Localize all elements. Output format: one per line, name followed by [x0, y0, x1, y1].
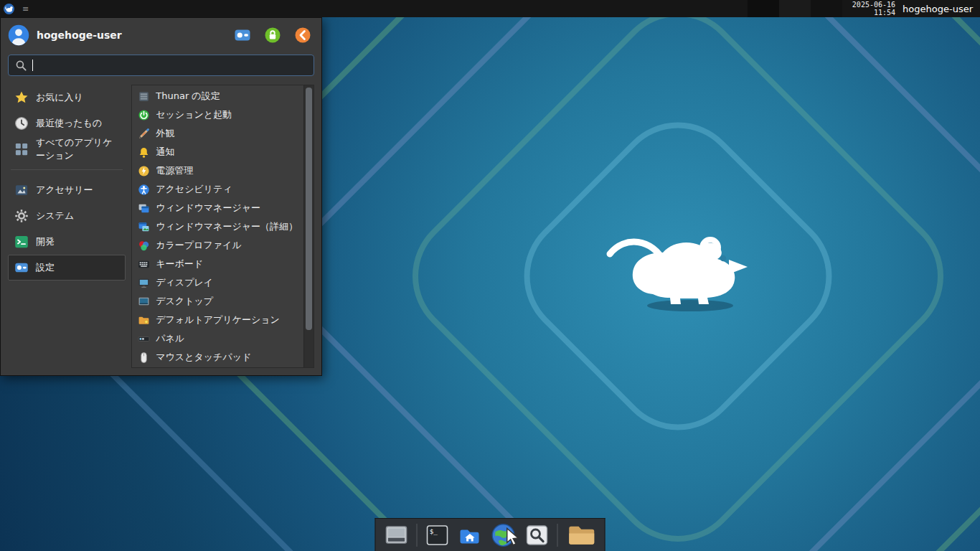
terminal-launcher[interactable]: $_ — [425, 523, 450, 547]
folder-icon — [567, 521, 595, 550]
web-browser-launcher[interactable] — [490, 522, 517, 549]
mouse-icon — [138, 352, 150, 364]
notification-icon — [138, 146, 150, 159]
session-icon — [138, 109, 150, 121]
category-item-0[interactable]: お気に入り — [8, 85, 126, 110]
app-item-8[interactable]: カラープロファイル — [132, 236, 303, 255]
clock-icon — [14, 116, 29, 131]
whisker-menu: hogehoge-user お気に入り最近使ったものすべてのアプリケーションアク… — [0, 17, 322, 376]
home-icon — [458, 524, 481, 547]
app-item-3[interactable]: 通知 — [132, 143, 303, 161]
app-item-14[interactable]: マウスとタッチパッド — [132, 348, 303, 367]
category-label: お気に入り — [36, 91, 83, 104]
default-apps-icon — [138, 314, 150, 326]
app-item-label: 外観 — [156, 127, 174, 140]
user-avatar-icon — [8, 24, 29, 46]
display-icon — [138, 277, 150, 289]
scrollbar-thumb[interactable] — [306, 88, 312, 330]
category-item-2[interactable]: すべてのアプリケーション — [8, 136, 126, 162]
dock: $_ — [375, 518, 606, 551]
app-item-label: キーボード — [156, 258, 203, 270]
panel-segment — [748, 0, 779, 17]
app-item-label: ウィンドウマネージャー（詳細） — [156, 220, 298, 233]
wm-tweaks-icon — [138, 221, 150, 233]
search-icon — [15, 60, 27, 72]
app-item-15[interactable]: メニューエディター — [132, 367, 303, 367]
scrollbar[interactable] — [303, 85, 314, 367]
menu-actions — [234, 27, 311, 44]
panel-clock[interactable]: 2025-06-16 11:54 — [852, 1, 895, 17]
all-settings-button[interactable] — [234, 27, 251, 44]
clock-time: 11:54 — [852, 9, 895, 17]
desktop-icon — [138, 296, 150, 308]
thunar-icon — [138, 90, 150, 103]
app-item-label: デスクトップ — [156, 295, 213, 308]
app-item-label: カラープロファイル — [156, 239, 241, 252]
menu-username: hogehoge-user — [37, 29, 122, 41]
menu-body: お気に入り最近使ったものすべてのアプリケーションアクセサリーシステム開発設定 T… — [1, 80, 321, 375]
app-item-0[interactable]: Thunar の設定 — [132, 87, 303, 105]
clock-date: 2025-06-16 — [852, 1, 895, 9]
app-item-label: デフォルトアプリケーション — [156, 314, 280, 326]
whisker-menu-icon — [3, 3, 15, 15]
category-item-5[interactable]: 開発 — [8, 229, 126, 255]
settings-icon — [14, 260, 29, 275]
app-item-2[interactable]: 外観 — [132, 124, 303, 143]
panel-icon — [138, 333, 150, 345]
category-item-1[interactable]: 最近使ったもの — [8, 110, 126, 136]
system-icon — [14, 209, 29, 223]
category-item-4[interactable]: システム — [8, 203, 126, 229]
development-icon — [14, 235, 29, 249]
keyboard-icon — [138, 258, 150, 270]
app-item-5[interactable]: アクセシビリティ — [132, 180, 303, 199]
app-item-4[interactable]: 電源管理 — [132, 161, 303, 180]
app-list: Thunar の設定セッションと起動外観通知電源管理アクセシビリティウィンドウマ… — [132, 85, 303, 367]
app-item-7[interactable]: ウィンドウマネージャー（詳細） — [132, 217, 303, 236]
app-item-label: アクセシビリティ — [156, 183, 232, 196]
category-list: お気に入り最近使ったものすべてのアプリケーションアクセサリーシステム開発設定 — [8, 85, 131, 368]
accessibility-icon — [138, 184, 150, 196]
svg-text:$_: $_ — [430, 527, 438, 534]
top-panel: ≡ 2025-06-16 11:54 hogehoge-user — [0, 0, 980, 17]
dock-separator — [557, 524, 558, 547]
appearance-icon — [138, 128, 150, 140]
app-item-13[interactable]: パネル — [132, 329, 303, 348]
app-item-label: ディスプレイ — [156, 276, 213, 289]
category-label: 最近使ったもの — [36, 117, 102, 130]
wm-icon — [138, 202, 150, 215]
color-profile-icon — [138, 240, 150, 252]
category-label: 設定 — [36, 261, 55, 274]
app-item-9[interactable]: キーボード — [132, 255, 303, 273]
app-item-label: マウスとタッチパッド — [156, 351, 251, 364]
category-label: すべてのアプリケーション — [36, 136, 119, 162]
logout-button[interactable] — [294, 27, 311, 44]
app-finder-launcher[interactable] — [525, 523, 550, 547]
category-item-6[interactable]: 設定 — [8, 255, 126, 281]
panel-username: hogehoge-user — [903, 4, 973, 14]
panel-segment — [811, 0, 842, 17]
category-label: アクセサリー — [36, 184, 93, 197]
app-item-label: セッションと起動 — [156, 108, 232, 121]
app-item-label: Thunar の設定 — [156, 90, 220, 103]
search-input[interactable] — [34, 60, 307, 72]
app-item-1[interactable]: セッションと起動 — [132, 105, 303, 124]
show-desktop-launcher[interactable] — [385, 523, 409, 547]
app-item-6[interactable]: ウィンドウマネージャー — [132, 199, 303, 217]
app-item-label: ウィンドウマネージャー — [156, 202, 260, 215]
app-item-12[interactable]: デフォルトアプリケーション — [132, 311, 303, 329]
star-icon — [14, 90, 29, 105]
search-box — [8, 55, 314, 76]
app-item-10[interactable]: ディスプレイ — [132, 273, 303, 292]
app-item-11[interactable]: デスクトップ — [132, 292, 303, 311]
dock-separator — [417, 524, 418, 547]
app-item-label: 電源管理 — [156, 164, 193, 177]
category-item-3[interactable]: アクセサリー — [8, 177, 126, 203]
folder-launcher[interactable] — [566, 520, 596, 550]
file-manager-home-launcher[interactable] — [458, 523, 482, 547]
power-icon — [138, 165, 150, 177]
app-item-label: パネル — [156, 332, 184, 345]
category-label: システム — [36, 209, 74, 222]
accessories-icon — [14, 183, 29, 197]
whisker-menu-button[interactable] — [0, 0, 17, 17]
lock-screen-button[interactable] — [264, 27, 281, 44]
